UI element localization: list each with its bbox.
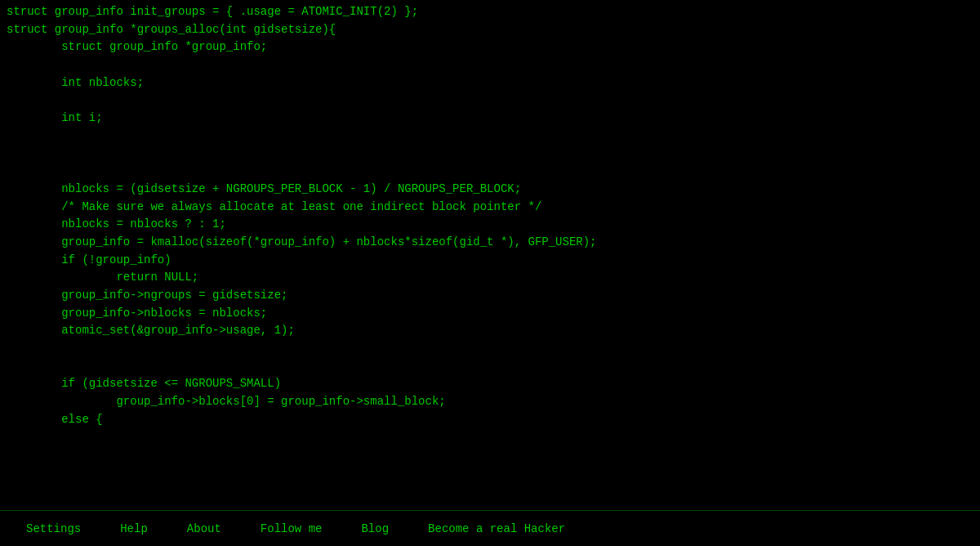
code-line: struct group_info init_groups = { .usage… — [7, 3, 973, 21]
code-line: struct group_info *group_info; — [7, 38, 973, 56]
code-line: atomic_set(&group_info->usage, 1); — [7, 322, 973, 340]
nav-item-become-hacker[interactable]: Become a real Hacker — [408, 522, 585, 535]
code-line: return NULL; — [7, 269, 973, 287]
code-line: nblocks = nblocks ? : 1; — [7, 216, 973, 234]
bottom-navigation: SettingsHelpAboutFollow meBlogBecome a r… — [0, 510, 980, 546]
code-line: int i; — [7, 110, 973, 128]
code-line: if (gidsetsize <= NGROUPS_SMALL) — [7, 375, 973, 393]
code-area: struct group_info init_groups = { .usage… — [0, 0, 980, 510]
code-line — [7, 128, 973, 145]
code-line: group_info->blocks[0] = group_info->smal… — [7, 393, 973, 411]
code-line: nblocks = (gidsetsize + NGROUPS_PER_BLOC… — [7, 181, 973, 199]
code-line — [7, 145, 973, 163]
code-line: int nblocks; — [7, 74, 973, 92]
code-line: group_info->nblocks = nblocks; — [7, 305, 973, 323]
code-line: group_info = kmalloc(sizeof(*group_info)… — [7, 234, 973, 252]
nav-item-follow-me[interactable]: Follow me — [241, 522, 342, 535]
code-line — [7, 340, 973, 358]
code-line: if (!group_info) — [7, 252, 973, 270]
code-line: group_info->ngroups = gidsetsize; — [7, 287, 973, 305]
nav-item-settings[interactable]: Settings — [7, 522, 100, 535]
nav-item-help[interactable]: Help — [100, 522, 167, 535]
code-line: struct group_info *groups_alloc(int gids… — [7, 21, 973, 39]
code-line: /* Make sure we always allocate at least… — [7, 199, 973, 217]
nav-item-blog[interactable]: Blog — [341, 522, 408, 535]
nav-item-about[interactable]: About — [167, 522, 241, 535]
code-line: else { — [7, 411, 973, 429]
code-line — [7, 358, 973, 376]
code-line — [7, 92, 973, 110]
code-line — [7, 163, 973, 181]
code-line — [7, 56, 973, 74]
